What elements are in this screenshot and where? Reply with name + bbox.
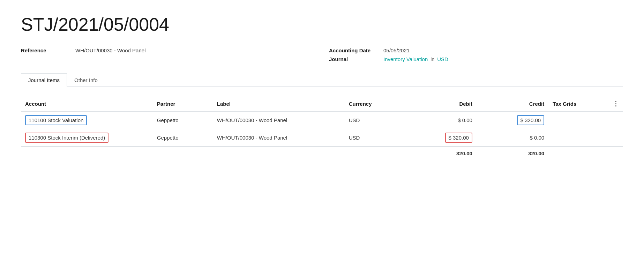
journal-value-group: Inventory Valuation in USD xyxy=(383,56,448,62)
col-header-debit: Debit xyxy=(405,96,477,111)
totals-empty-options xyxy=(608,147,623,160)
table-row: 110100 Stock Valuation Geppetto WH/OUT/0… xyxy=(21,111,623,129)
journal-field: Journal Inventory Valuation in USD xyxy=(329,56,623,62)
row2-account[interactable]: 110300 Stock Interim (Delivered) xyxy=(21,129,153,147)
row1-partner: Geppetto xyxy=(153,111,213,129)
col-header-account: Account xyxy=(21,96,153,111)
journal-label: Journal xyxy=(329,56,378,62)
journal-value[interactable]: Inventory Valuation xyxy=(383,56,428,62)
row2-debit-value: $ 320.00 xyxy=(445,133,472,143)
row2-account-value: 110300 Stock Interim (Delivered) xyxy=(25,133,108,143)
table-row: 110300 Stock Interim (Delivered) Geppett… xyxy=(21,129,623,147)
row1-taxgrids xyxy=(548,111,608,129)
row1-account[interactable]: 110100 Stock Valuation xyxy=(21,111,153,129)
row2-options xyxy=(608,129,623,147)
totals-empty-currency xyxy=(345,147,405,160)
row1-credit[interactable]: $ 320.00 xyxy=(477,111,548,129)
page-title: STJ/2021/05/0004 xyxy=(21,14,623,35)
totals-empty-partner xyxy=(153,147,213,160)
row1-label: WH/OUT/00030 - Wood Panel xyxy=(213,111,345,129)
row1-options xyxy=(608,111,623,129)
row2-credit: $ 0.00 xyxy=(477,129,548,147)
accounting-date-label: Accounting Date xyxy=(329,47,378,53)
accounting-date-value: 05/05/2021 xyxy=(383,47,410,53)
totals-empty-taxgrids xyxy=(548,147,608,160)
reference-value: WH/OUT/00030 - Wood Panel xyxy=(75,47,145,53)
accounting-date-field: Accounting Date 05/05/2021 xyxy=(329,47,623,53)
row1-currency: USD xyxy=(345,111,405,129)
col-header-currency: Currency xyxy=(345,96,405,111)
journal-items-table-container: Account Partner Label Currency Debit Cre… xyxy=(21,96,623,160)
fields-section: Reference WH/OUT/00030 - Wood Panel Acco… xyxy=(21,47,623,62)
reference-label: Reference xyxy=(21,47,70,53)
column-options-icon[interactable]: ⋮ xyxy=(613,100,619,107)
totals-row: 320.00 320.00 xyxy=(21,147,623,160)
journal-items-table: Account Partner Label Currency Debit Cre… xyxy=(21,96,623,160)
row2-debit[interactable]: $ 320.00 xyxy=(405,129,477,147)
row2-label: WH/OUT/00030 - Wood Panel xyxy=(213,129,345,147)
col-header-options: ⋮ xyxy=(608,96,623,111)
col-header-partner: Partner xyxy=(153,96,213,111)
row1-debit: $ 0.00 xyxy=(405,111,477,129)
row1-credit-value: $ 320.00 xyxy=(517,115,544,125)
row2-currency: USD xyxy=(345,129,405,147)
journal-in-text: in xyxy=(430,57,434,62)
row1-account-value: 110100 Stock Valuation xyxy=(25,115,87,125)
tabs-section: Journal Items Other Info xyxy=(21,73,623,87)
col-header-label: Label xyxy=(213,96,345,111)
totals-empty-label xyxy=(213,147,345,160)
col-header-tax-grids: Tax Grids xyxy=(548,96,608,111)
tab-other-info[interactable]: Other Info xyxy=(67,73,105,87)
row2-taxgrids xyxy=(548,129,608,147)
reference-field: Reference WH/OUT/00030 - Wood Panel xyxy=(21,47,315,62)
tab-journal-items[interactable]: Journal Items xyxy=(21,73,67,87)
journal-currency[interactable]: USD xyxy=(437,56,448,62)
table-header-row: Account Partner Label Currency Debit Cre… xyxy=(21,96,623,111)
row2-partner: Geppetto xyxy=(153,129,213,147)
totals-empty-account xyxy=(21,147,153,160)
col-header-credit: Credit xyxy=(477,96,548,111)
totals-credit: 320.00 xyxy=(477,147,548,160)
totals-debit: 320.00 xyxy=(405,147,477,160)
